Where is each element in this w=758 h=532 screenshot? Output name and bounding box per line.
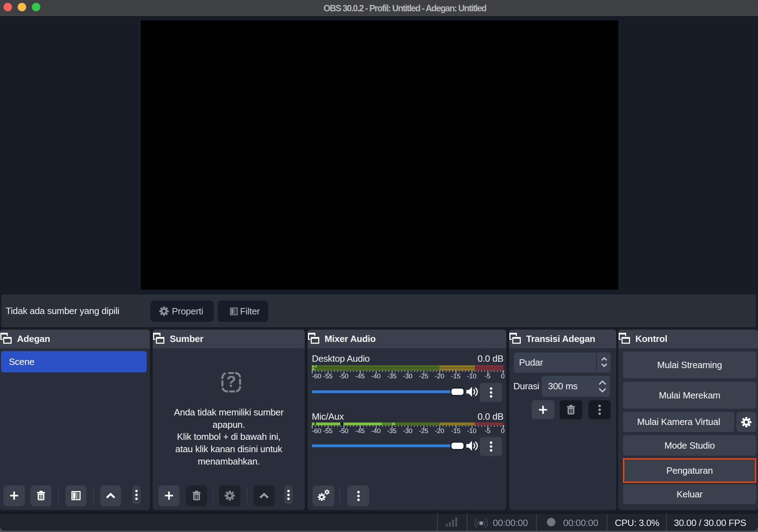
svg-text:?: ? (227, 373, 236, 390)
